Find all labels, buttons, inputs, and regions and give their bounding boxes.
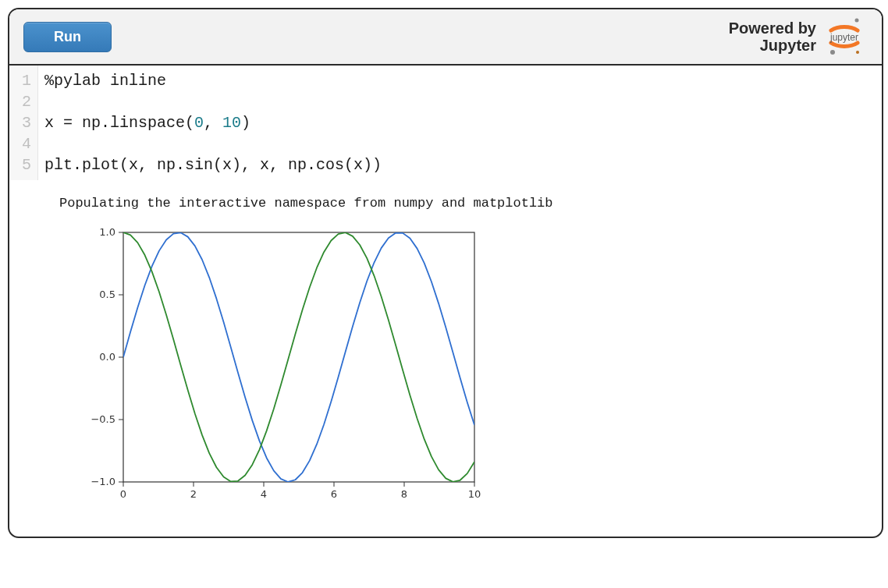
line-number: 1 [12,70,33,91]
app-frame: Run Powered by Jupyter jupyter 12345 % [8,8,883,538]
code-line[interactable]: plt.plot(x, np.sin(x), x, np.cos(x)) [44,154,382,175]
line-number: 5 [12,154,33,175]
svg-text:−0.5: −0.5 [91,413,115,425]
line-number-gutter: 12345 [9,66,38,180]
svg-text:6: 6 [331,488,337,500]
code-line[interactable] [44,133,382,154]
code-area[interactable]: %pylab inline x = np.linspace(0, 10) plt… [38,66,388,180]
svg-text:4: 4 [261,488,267,500]
cell-output: Populating the interactive namespace fro… [9,180,882,537]
code-line[interactable]: %pylab inline [44,70,382,91]
svg-point-1 [830,50,835,55]
code-editor[interactable]: 12345 %pylab inline x = np.linspace(0, 1… [9,66,882,180]
plot-svg: −1.0−0.50.00.51.00246810 [69,225,490,505]
svg-text:2: 2 [190,488,197,500]
svg-text:10: 10 [468,488,481,500]
powered-by: Powered by Jupyter jupyter [729,13,868,60]
svg-point-0 [855,19,859,23]
code-line[interactable] [44,91,382,112]
line-number: 3 [12,112,33,133]
code-line[interactable]: x = np.linspace(0, 10) [44,112,382,133]
svg-rect-5 [123,232,474,482]
line-number: 2 [12,91,33,112]
run-button[interactable]: Run [23,22,112,52]
svg-point-2 [856,51,859,54]
svg-text:0.5: 0.5 [99,289,115,300]
powered-by-text: Powered by Jupyter [729,19,816,54]
svg-text:8: 8 [401,488,407,500]
svg-text:jupyter: jupyter [829,32,858,43]
matplotlib-plot: −1.0−0.50.00.51.00246810 [69,225,882,505]
toolbar: Run Powered by Jupyter jupyter [9,9,882,66]
svg-text:0.0: 0.0 [99,351,115,363]
notebook-content: 12345 %pylab inline x = np.linspace(0, 1… [9,66,882,537]
stdout-text: Populating the interactive namespace fro… [59,196,882,211]
svg-text:−1.0: −1.0 [91,476,115,487]
jupyter-logo-icon: jupyter [821,13,868,60]
svg-text:0: 0 [120,488,126,500]
svg-text:1.0: 1.0 [99,226,115,238]
line-number: 4 [12,133,33,154]
